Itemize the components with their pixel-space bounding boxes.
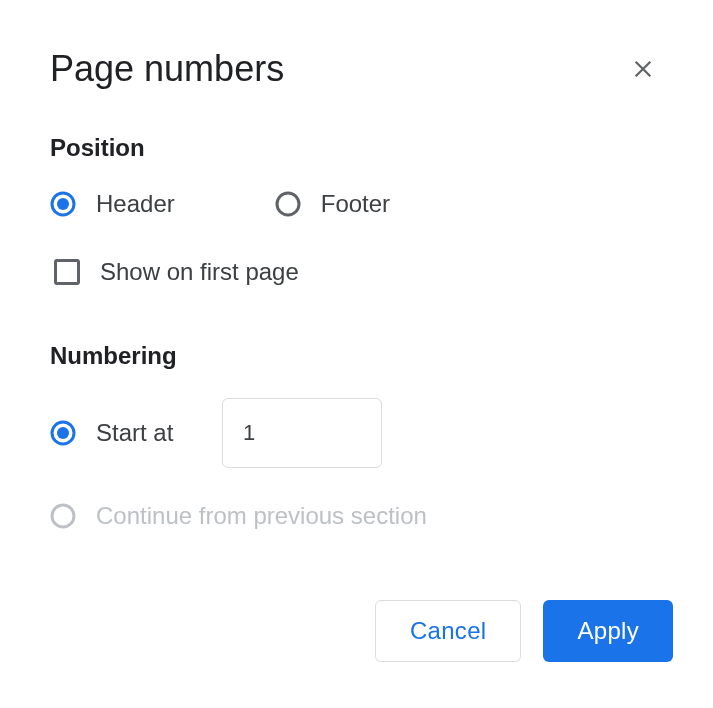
numbering-heading: Numbering [50,342,663,370]
close-button[interactable] [623,49,663,89]
close-icon [632,58,654,80]
radio-selected-icon [50,420,76,446]
cancel-button[interactable]: Cancel [375,600,522,662]
start-at-input[interactable] [222,398,382,468]
dialog-buttons: Cancel Apply [375,600,673,662]
checkbox-show-first-page-label: Show on first page [100,258,299,286]
radio-unselected-icon [275,191,301,217]
position-heading: Position [50,134,663,162]
svg-point-1 [57,198,69,210]
page-numbers-dialog: Page numbers Position Header F [0,0,713,708]
title-row: Page numbers [50,48,663,90]
dialog-title: Page numbers [50,48,284,90]
radio-footer[interactable]: Footer [275,190,390,218]
svg-point-2 [277,193,299,215]
radio-header-label: Header [96,190,175,218]
radio-selected-icon [50,191,76,217]
apply-button[interactable]: Apply [543,600,673,662]
svg-point-4 [57,427,69,439]
radio-disabled-icon [50,503,76,529]
position-radio-group: Header Footer [50,190,663,218]
radio-start-at-label: Start at [96,419,202,447]
radio-continue: Continue from previous section [50,502,663,530]
checkbox-show-first-page[interactable]: Show on first page [54,258,663,286]
radio-header[interactable]: Header [50,190,175,218]
radio-start-at-row: Start at [50,398,663,468]
svg-point-5 [52,505,74,527]
radio-continue-label: Continue from previous section [96,502,427,530]
radio-footer-label: Footer [321,190,390,218]
checkbox-unchecked-icon [54,259,80,285]
radio-start-at[interactable]: Start at [50,419,202,447]
